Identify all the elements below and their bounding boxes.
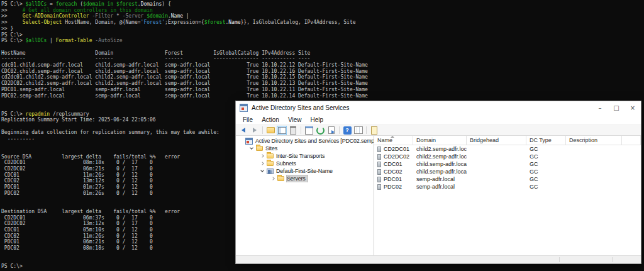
tree-spacer bbox=[239, 139, 243, 143]
list-row-cd2dc02[interactable]: CD2DC02child2.semp-adfr.localGC bbox=[374, 153, 641, 160]
list-cell: GC bbox=[526, 169, 566, 175]
server-icon bbox=[377, 177, 381, 182]
console-line: HostName Domain Forest IsGlobalCatalog I… bbox=[1, 50, 310, 56]
query-icon[interactable] bbox=[369, 126, 379, 135]
console-line: CD2DC01 08m:18s 0 / 17 0 bbox=[1, 160, 153, 165]
folder-icon bbox=[277, 176, 284, 181]
tree-item-label: Default-First-Site-Name bbox=[276, 168, 335, 175]
server-icon bbox=[377, 184, 381, 190]
console-line: PS C:\> $allDCs | Format-Table -AutoSize bbox=[1, 38, 123, 43]
console-tree-pane: Active Directory Sites and Services [PDC… bbox=[236, 136, 374, 255]
statusbar-divider bbox=[612, 257, 613, 262]
console-line: CD2DC01 06m:37s 0 / 17 0 bbox=[1, 215, 153, 221]
menu-action[interactable]: Action bbox=[257, 116, 284, 124]
list-cell: GC bbox=[526, 184, 566, 190]
list-body: CD2DC01child2.semp-adfr.localGCCD2DC02ch… bbox=[374, 145, 641, 191]
list-row-cd2dc01[interactable]: CD2DC01child2.semp-adfr.localGC bbox=[374, 145, 641, 153]
console-line: CD2DC02 13m:12s 0 / 17 0 bbox=[1, 221, 153, 226]
list-cell: child2.semp-adfr.local bbox=[413, 153, 467, 160]
forward-icon[interactable] bbox=[250, 126, 260, 135]
tree-item-label: Active Directory Sites and Services [PDC… bbox=[255, 138, 374, 145]
back-icon[interactable] bbox=[238, 126, 248, 135]
mmc-icon bbox=[245, 138, 253, 145]
server-name-cell: PDC02 bbox=[374, 184, 413, 190]
console-line: CD2DC02.child2.semp-adfr.local child2.se… bbox=[1, 80, 368, 86]
list-cell: child.semp-adfr.local bbox=[413, 169, 467, 175]
toolbar-separator bbox=[366, 126, 367, 134]
maximize-button[interactable]: □ bbox=[608, 101, 625, 114]
show-tree-icon[interactable] bbox=[277, 126, 287, 135]
column-header-bridgehead[interactable]: Bridgehead bbox=[467, 136, 526, 145]
console-line: PS C:\> bbox=[1, 32, 23, 38]
console-line: Source DSA largest delta fails/total %% … bbox=[1, 154, 180, 160]
menu-file[interactable]: File bbox=[238, 116, 257, 124]
minimize-button[interactable]: – bbox=[592, 101, 608, 114]
list-row-cdc01[interactable]: CDC01child.semp-adfr.localGC bbox=[374, 160, 641, 168]
console-line: PDC02 08m:18s 0 / 12 0 bbox=[1, 245, 153, 251]
tree-item-label: Subnets bbox=[276, 160, 298, 167]
server-icon bbox=[377, 154, 381, 160]
console-line: CDC02 11m:26s 0 / 12 0 bbox=[1, 233, 153, 239]
console-line: PS C:\> $allDCs = foreach ($domain in $f… bbox=[1, 1, 171, 7]
console-line: cd2dc01.child2.semp-adfr.local child2.se… bbox=[1, 74, 368, 80]
window-icon[interactable] bbox=[304, 126, 314, 135]
chevron-right-icon[interactable] bbox=[260, 162, 264, 165]
console-line: PS C:\> repadmin /replsummary bbox=[1, 111, 89, 117]
list-cell: semp-adfr.local bbox=[413, 184, 467, 190]
window-titlebar[interactable]: Active Directory Sites and Services – □ … bbox=[236, 101, 641, 114]
list-row-pdc02[interactable]: PDC02semp-adfr.localGC bbox=[374, 183, 641, 191]
tree-item-label: Inter-Site Transports bbox=[276, 153, 326, 160]
chevron-right-icon[interactable] bbox=[271, 177, 275, 180]
help-icon[interactable] bbox=[342, 126, 352, 135]
menu-view[interactable]: View bbox=[284, 116, 306, 124]
column-header-domain[interactable]: Domain bbox=[413, 136, 467, 145]
menu-bar: FileActionViewHelp bbox=[236, 114, 641, 124]
server-name-cell: PDC01 bbox=[374, 176, 413, 182]
list-column-headers: NameDomainBridgeheadDC TypeDescription bbox=[374, 136, 641, 145]
window-title: Active Directory Sites and Services bbox=[252, 104, 350, 111]
export-list-icon[interactable] bbox=[326, 126, 336, 135]
list-cell: child.semp-adfr.local bbox=[413, 161, 467, 167]
tree-item-servers[interactable]: Servers bbox=[236, 175, 374, 182]
tree-item-subnets[interactable]: Subnets bbox=[236, 160, 374, 167]
columns-icon[interactable] bbox=[353, 126, 364, 135]
toolbar bbox=[236, 124, 641, 136]
refresh-icon[interactable] bbox=[315, 126, 325, 135]
server-icon bbox=[377, 169, 381, 175]
list-row-pdc01[interactable]: PDC01semp-adfr.localGC bbox=[374, 175, 641, 183]
console-line: Beginning data collection for replicatio… bbox=[1, 130, 219, 135]
console-line: >> # Get all domain controllers in this … bbox=[1, 8, 153, 13]
console-line: PDC01.semp-adfr.local semp-adfr.local se… bbox=[1, 87, 368, 92]
list-cell: GC bbox=[526, 161, 566, 167]
console-line: >> Get-ADDomainController -Filter * -Ser… bbox=[1, 13, 189, 19]
server-name-cell: CDC02 bbox=[374, 169, 413, 175]
chevron-down-icon[interactable] bbox=[260, 169, 264, 172]
up-level-icon[interactable] bbox=[265, 126, 275, 135]
menu-help[interactable]: Help bbox=[306, 116, 328, 124]
console-line: PDC01 06m:21s 0 / 12 0 bbox=[1, 239, 153, 245]
chevron-down-icon[interactable] bbox=[250, 146, 253, 150]
console-line: PDC01 01m:27s 0 / 12 0 bbox=[1, 184, 153, 190]
status-bar bbox=[236, 255, 641, 263]
tree-item-inter-site-transports[interactable]: Inter-Site Transports bbox=[236, 152, 374, 160]
list-cell: GC bbox=[526, 153, 566, 160]
tree-item-default-first-site-name[interactable]: Default-First-Site-Name bbox=[236, 167, 374, 175]
tree-item-root[interactable]: Active Directory Sites and Services [PDC… bbox=[236, 137, 374, 145]
mmc-app-icon bbox=[240, 104, 248, 112]
list-row-cdc02[interactable]: CDC02child.semp-adfr.localGC bbox=[374, 168, 641, 175]
column-header-name[interactable]: Name bbox=[374, 136, 413, 145]
tree-item-label: Sites bbox=[265, 145, 279, 152]
console-line: CDC01 05m:10s 0 / 12 0 bbox=[1, 227, 153, 233]
console-line: CDC01 11m:26s 0 / 12 0 bbox=[1, 172, 153, 178]
server-icon bbox=[377, 162, 381, 167]
folder-icon bbox=[256, 146, 263, 151]
properties-icon[interactable] bbox=[288, 126, 298, 135]
chevron-right-icon[interactable] bbox=[260, 154, 264, 158]
console-line: >> } bbox=[1, 26, 13, 31]
column-header-description[interactable]: Description bbox=[566, 136, 622, 145]
tree-item-label: Servers bbox=[287, 175, 308, 182]
tree-item-sites[interactable]: Sites bbox=[236, 145, 374, 152]
column-header-dc-type[interactable]: DC Type bbox=[526, 136, 566, 145]
console-line: CD2DC02 06m:21s 0 / 17 0 bbox=[1, 166, 153, 172]
close-button[interactable]: × bbox=[625, 101, 641, 114]
